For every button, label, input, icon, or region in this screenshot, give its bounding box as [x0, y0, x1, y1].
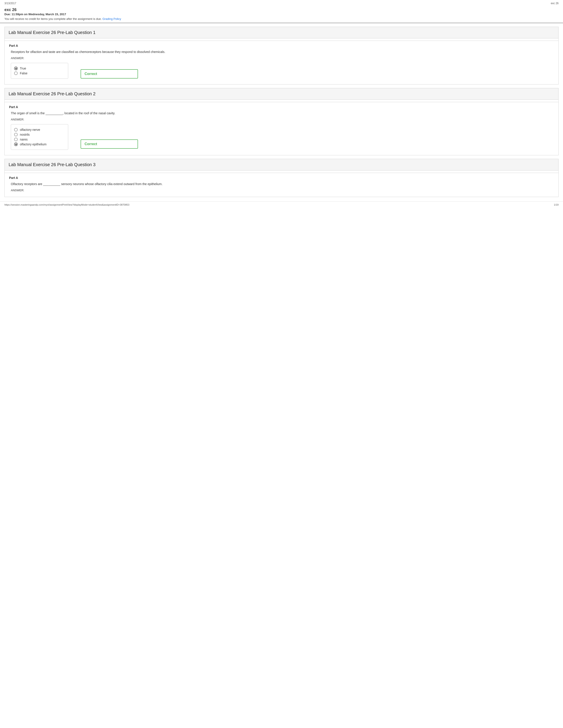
- radio-option-q2-p1-o3[interactable]: nares: [14, 138, 65, 141]
- correct-box-q2-p1: Correct: [81, 139, 138, 149]
- part-label-q2-p1: Part A: [5, 102, 558, 110]
- question-block-1: Lab Manual Exercise 26 Pre-Lab Question …: [4, 27, 559, 84]
- grading-policy-link[interactable]: Grading Policy: [102, 17, 121, 21]
- correct-box-q1-p1: Correct: [81, 69, 138, 79]
- radio-circle: [14, 133, 18, 136]
- correct-text-q1-p1: Correct: [85, 72, 97, 76]
- radio-option-label: nares: [20, 138, 28, 141]
- radio-circle: [14, 71, 18, 75]
- radio-option-label: olfactory nerve: [20, 128, 40, 131]
- radio-option-q1-p1-o1[interactable]: True: [14, 67, 65, 70]
- correct-text-q2-p1: Correct: [85, 142, 97, 146]
- footer: https://session.masteringaandp.com/myct/…: [0, 201, 563, 208]
- question-title-1: Lab Manual Exercise 26 Pre-Lab Question …: [5, 27, 558, 38]
- top-bar-title: exc 26: [551, 2, 559, 5]
- radio-option-q1-p1-o2[interactable]: False: [14, 71, 65, 75]
- radio-option-label: olfactory epithelium: [20, 143, 47, 146]
- radio-option-label: True: [20, 67, 26, 70]
- due-date: Due: 11:59pm on Wednesday, March 15, 201…: [4, 13, 559, 16]
- radio-option-label: False: [20, 71, 27, 75]
- radio-circle: [14, 143, 18, 146]
- footer-url[interactable]: https://session.masteringaandp.com/myct/…: [4, 203, 129, 206]
- question-title-3: Lab Manual Exercise 26 Pre-Lab Question …: [5, 159, 558, 171]
- question-text-q2-p1: The organ of smell is the __________, lo…: [5, 110, 558, 117]
- page-title: exc 26: [4, 8, 559, 12]
- answer-label-q3-p1: ANSWER:: [5, 188, 558, 193]
- radio-circle: [14, 128, 18, 131]
- radio-option-q2-p1-o4[interactable]: olfactory epithelium: [14, 143, 65, 146]
- radio-circle: [14, 67, 18, 70]
- question-text-q1-p1: Receptors for olfaction and taste are cl…: [5, 49, 558, 56]
- answer-label-q2-p1: ANSWER:: [5, 117, 558, 122]
- policy-note: You will receive no credit for items you…: [4, 17, 559, 21]
- radio-option-q2-p1-o1[interactable]: olfactory nerve: [14, 128, 65, 131]
- answer-box-q1-p1: TrueFalse: [11, 63, 68, 79]
- answer-label-q1-p1: ANSWER:: [5, 56, 558, 61]
- radio-option-q2-p1-o2[interactable]: nostrils: [14, 133, 65, 136]
- page-header: exc 26 Due: 11:59pm on Wednesday, March …: [0, 7, 563, 23]
- part-section-q1-p1: Part AReceptors for olfaction and taste …: [5, 41, 558, 84]
- part-label-q3-p1: Part A: [5, 173, 558, 181]
- footer-page: 1/19: [554, 203, 559, 206]
- radio-circle: [14, 138, 18, 141]
- top-bar-date: 3/13/2017: [4, 2, 16, 5]
- radio-option-label: nostrils: [20, 133, 30, 136]
- part-section-q3-p1: Part AOlfactory receptors are __________…: [5, 173, 558, 197]
- question-title-2: Lab Manual Exercise 26 Pre-Lab Question …: [5, 88, 558, 100]
- part-label-q1-p1: Part A: [5, 41, 558, 49]
- question-text-q3-p1: Olfactory receptors are __________ senso…: [5, 181, 558, 188]
- question-block-2: Lab Manual Exercise 26 Pre-Lab Question …: [4, 88, 559, 155]
- question-block-3: Lab Manual Exercise 26 Pre-Lab Question …: [4, 159, 559, 197]
- answer-box-q2-p1: olfactory nervenostrilsnaresolfactory ep…: [11, 124, 68, 150]
- part-section-q2-p1: Part AThe organ of smell is the ________…: [5, 102, 558, 155]
